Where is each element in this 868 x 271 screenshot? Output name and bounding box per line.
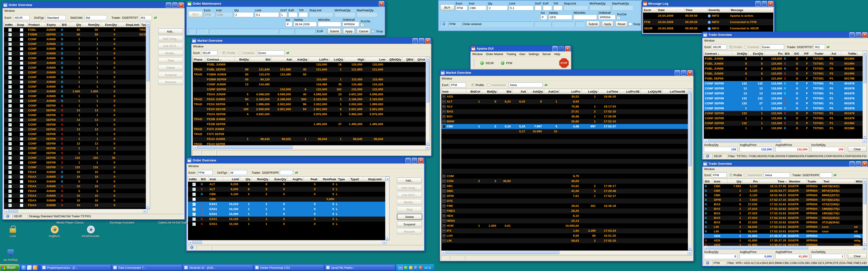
table-row[interactable]: BCBK25,12018:02:54.77DGEFRXPR0048974|7|6… <box>704 189 863 193</box>
collapse-icon[interactable]: − <box>442 125 445 128</box>
table-row[interactable]: FGBM SEP095084,120115,4501115,450115,450 <box>193 77 426 82</box>
column-header[interactable]: Member <box>788 179 807 184</box>
column-header[interactable]: P/F <box>803 51 813 56</box>
table-row[interactable]: ✓BCBK5,10022000L <box>188 192 385 197</box>
table-row[interactable]: ✓FDAXJUN09B10100 <box>4 174 146 179</box>
row-checkbox[interactable]: ✓ <box>8 113 12 117</box>
column-header[interactable]: O/C <box>793 51 803 56</box>
table-row[interactable]: CONF SEP0911132,000BOFTST001P10019803661… <box>704 126 863 131</box>
row-checkbox[interactable]: ✓ <box>8 133 12 136</box>
ordt-field[interactable]: L <box>280 12 287 17</box>
table-row[interactable]: +FME29,0220116:36:18 <box>441 203 688 208</box>
table-row[interactable]: TRADFESX JUN09942.183,0002.189,0005002.1… <box>193 97 426 102</box>
button-modify[interactable]: Modify... <box>397 199 422 205</box>
row-checkbox[interactable]: ✓ <box>192 203 196 206</box>
table-row[interactable] <box>441 134 688 139</box>
row-checkbox[interactable]: ✓ <box>8 151 12 155</box>
close-button[interactable]: ✕ <box>418 158 423 163</box>
table-row[interactable]: FEU3 JUN09198,64598,655198,640198,64098,… <box>193 137 426 142</box>
table-row[interactable]: ✓CONFJUN09B110 <box>4 98 146 103</box>
row-checkbox[interactable]: ✓ <box>8 156 12 160</box>
table-row[interactable]: FDAX SEP0944.692,5005.976,00015.985,5005… <box>193 112 426 117</box>
column-header[interactable]: BidCnt <box>466 89 481 94</box>
table-row[interactable]: SADS141,85017:30:37.29DGEFRXPR004mbg <box>704 238 863 243</box>
table-row[interactable]: +DBK41,00517:29:48 <box>441 189 688 194</box>
column-header[interactable]: High <box>344 57 365 62</box>
button-resume[interactable]: Resume <box>158 79 183 85</box>
row-checkbox[interactable] <box>20 142 23 145</box>
table-row[interactable]: +BAY38,98117:26:09 <box>441 114 688 119</box>
column-header[interactable]: Contract▲ <box>206 57 235 62</box>
column-header[interactable]: LstQtyXB <box>641 89 662 94</box>
column-header[interactable]: Bid <box>498 89 513 94</box>
clear-button[interactable]: Clear <box>848 253 867 259</box>
column-header[interactable]: ExecQty <box>101 22 118 27</box>
horizontal-scrollbar[interactable]: ◄ ► <box>188 240 387 244</box>
row-checkbox[interactable]: ✓ <box>192 212 196 216</box>
table-row[interactable]: ✓CONFJUN09B1.0001.0000 <box>4 89 146 94</box>
column-header[interactable]: Product <box>28 22 46 27</box>
table-row[interactable]: TRADFGTI SEP09 <box>193 132 426 137</box>
row-checkbox[interactable] <box>20 109 23 112</box>
row-checkbox[interactable] <box>20 147 23 150</box>
column-header[interactable]: OrdQty <box>732 51 748 56</box>
column-header[interactable]: QBid <box>402 57 414 62</box>
row-checkbox[interactable] <box>20 166 23 169</box>
column-header[interactable]: Type <box>337 177 350 182</box>
table-row[interactable]: BBAS627,03017:52:10.62DGEFRXPR0044733|7|… <box>704 202 863 207</box>
table-row[interactable]: +DB153,62217:06:17 <box>441 183 688 189</box>
onbehalf-field[interactable]: XPR004 <box>598 15 616 20</box>
clock[interactable]: 10:11 <box>424 266 431 269</box>
table-row[interactable]: ✓FDAXJUN09S550 <box>4 189 146 193</box>
row-checkbox[interactable]: ✓ <box>8 42 12 46</box>
menu-item[interactable]: Window <box>472 53 483 56</box>
minimize-button[interactable]: _ <box>412 38 418 43</box>
table-row[interactable]: SADS141,85017:30:37.24DGEFRXPR004mbg <box>704 243 863 246</box>
menu-item[interactable]: Server <box>542 53 551 56</box>
exch-field[interactable]: FFM <box>450 82 466 88</box>
table-row[interactable]: ✓CONFSEP09S110 <box>4 136 146 141</box>
vertical-scrollbar[interactable]: ▲ ▼ <box>385 177 389 240</box>
row-checkbox[interactable]: ✓ <box>192 188 196 191</box>
stop-button[interactable]: STOP <box>559 58 569 68</box>
qty-field[interactable]: 2 <box>488 5 508 10</box>
table-row[interactable]: ✓CONFSEP09S110 <box>4 113 146 117</box>
column-header[interactable]: BidQty <box>235 57 250 62</box>
row-checkbox[interactable] <box>20 71 23 74</box>
row-checkbox[interactable]: ✓ <box>8 180 12 183</box>
button-delete[interactable]: Delete <box>397 214 422 220</box>
table-row[interactable]: +IFX1,843.29917:53:24 <box>441 228 688 233</box>
column-header[interactable]: Low <box>365 57 386 62</box>
miordno-field[interactable] <box>318 22 341 27</box>
show-desktop-icon[interactable] <box>27 265 32 270</box>
expand-icon[interactable]: + <box>442 115 445 118</box>
prcchk-checkbox[interactable]: ✓ <box>617 16 620 20</box>
table-row[interactable]: ✓CONFSEP09S110 <box>4 132 146 136</box>
row-checkbox[interactable] <box>20 151 23 155</box>
expand-icon[interactable]: + <box>442 204 445 207</box>
table-row[interactable]: ✓FGBMSEP09B50500OCO <box>4 32 146 37</box>
column-header[interactable]: Contract▲ <box>704 51 732 56</box>
table-row[interactable]: +ADS30,53118:06:30 <box>441 94 688 99</box>
table-row[interactable]: ✓CONFJUN09B110 <box>4 51 146 56</box>
table-row[interactable]: FGBL JUN09120,00016120,050120,000 <box>193 62 426 67</box>
table-row[interactable]: +COM8,79 <box>441 174 688 179</box>
menu-item[interactable]: Own <box>519 53 525 56</box>
maximize-button[interactable]: □ <box>559 46 564 51</box>
table-row[interactable]: FESB SEP091.495,000371.495,0001.495,000 <box>193 122 426 127</box>
minimize-button[interactable]: _ <box>849 161 855 166</box>
column-header[interactable]: StopLimit <box>363 177 383 182</box>
column-header[interactable]: B/S <box>704 179 713 184</box>
scroll-left-icon[interactable]: ◄ <box>188 240 192 244</box>
row-checkbox[interactable]: ✓ <box>8 47 12 50</box>
column-header[interactable]: Severity <box>708 7 730 13</box>
exch-field[interactable]: XEUR <box>712 44 727 49</box>
row-checkbox[interactable] <box>20 180 23 183</box>
column-header[interactable]: Exch <box>643 7 657 13</box>
row-checkbox[interactable] <box>20 95 23 98</box>
table-row[interactable]: CBK0,000 <box>188 197 385 202</box>
miordno-field[interactable] <box>574 15 597 20</box>
row-checkbox[interactable]: ✓ <box>192 193 196 196</box>
row-checkbox[interactable] <box>20 170 23 174</box>
row-checkbox[interactable]: ✓ <box>8 90 12 93</box>
